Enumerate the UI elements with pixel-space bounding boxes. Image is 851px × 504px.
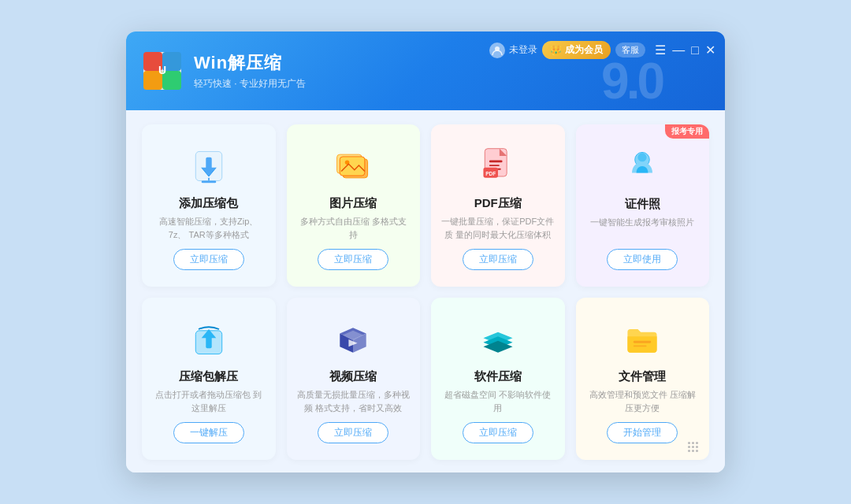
image-compress-btn[interactable]: 立即压缩: [318, 249, 388, 270]
video-compress-desc: 高质量无损批量压缩，多种视频 格式支持，省时又高效: [296, 388, 411, 414]
add-zip-desc: 高速智能压缩，支持Zip、7z、 TAR等多种格式: [151, 215, 266, 241]
crown-icon: 👑: [550, 45, 562, 56]
svg-text:U: U: [158, 64, 166, 76]
pdf-compress-title: PDF压缩: [474, 196, 522, 211]
app-tagline: 轻巧快速 · 专业好用无广告: [194, 77, 306, 91]
version-watermark: 9.0: [601, 56, 662, 106]
software-compress-icon: [476, 317, 520, 361]
pdf-compress-desc: 一键批量压缩，保证PDF文件质 量的同时最大化压缩体积: [440, 215, 556, 241]
menu-icon[interactable]: ☰: [655, 44, 666, 57]
avatar-icon: [489, 43, 505, 58]
id-photo-title: 证件照: [625, 197, 660, 212]
svg-rect-23: [206, 335, 211, 348]
app-name: Win解压缩: [194, 51, 306, 75]
file-manage-icon: [620, 317, 664, 361]
card-id-photo: 报考专用 证件照 一键智能生成报考审核照片 立即使用: [576, 124, 710, 287]
close-button[interactable]: ✕: [705, 44, 715, 57]
pdf-compress-btn[interactable]: 立即压缩: [463, 249, 533, 270]
software-compress-desc: 超省磁盘空间 不影响软件使用: [440, 388, 556, 414]
titlebar-text: Win解压缩 轻巧快速 · 专业好用无广告: [194, 51, 306, 91]
titlebar: U Win解压缩 轻巧快速 · 专业好用无广告 9.0 未登录 👑: [126, 32, 725, 110]
software-compress-title: 软件压缩: [474, 369, 522, 384]
svg-rect-32: [634, 341, 651, 343]
card-software-compress: 软件压缩 超省磁盘空间 不影响软件使用 立即压缩: [431, 298, 565, 460]
add-zip-btn[interactable]: 立即压缩: [173, 249, 244, 270]
image-compress-icon: [331, 144, 375, 188]
card-add-zip: 添加压缩包 高速智能压缩，支持Zip、7z、 TAR等多种格式 立即压缩: [142, 124, 276, 287]
svg-rect-16: [489, 165, 500, 166]
card-extract: 压缩包解压 点击打开或者拖动压缩包 到这里解压 一键解压: [142, 298, 276, 460]
svg-text:PDF: PDF: [485, 171, 496, 176]
svg-rect-8: [206, 158, 211, 171]
card-pdf-compress: PDF PDF压缩 一键批量压缩，保证PDF文件质 量的同时最大化压缩体积 立即…: [431, 124, 565, 287]
svg-rect-15: [489, 161, 503, 163]
extract-btn[interactable]: 一键解压: [173, 422, 244, 443]
image-compress-title: 图片压缩: [329, 196, 377, 211]
file-manage-desc: 高效管理和预览文件 压缩解压更方便: [585, 388, 700, 414]
svg-rect-9: [201, 181, 216, 183]
video-compress-icon: [331, 317, 375, 361]
login-label: 未登录: [509, 43, 537, 57]
exam-badge: 报考专用: [665, 124, 709, 139]
add-zip-title: 添加压缩包: [179, 196, 238, 211]
card-video-compress: 视频压缩 高质量无损批量压缩，多种视频 格式支持，省时又高效 立即压缩: [287, 298, 421, 460]
id-photo-btn[interactable]: 立即使用: [607, 249, 678, 270]
file-manage-btn[interactable]: 开始管理: [607, 422, 678, 443]
software-compress-btn[interactable]: 立即压缩: [463, 422, 533, 443]
window-controls: ☰ — □ ✕: [655, 44, 715, 57]
video-compress-title: 视频压缩: [329, 369, 377, 384]
login-button[interactable]: 未登录: [489, 43, 537, 58]
app-logo: U: [142, 50, 183, 91]
resize-handle: [688, 442, 698, 452]
guest-button[interactable]: 客服: [615, 43, 645, 57]
extract-desc: 点击打开或者拖动压缩包 到这里解压: [151, 388, 266, 414]
guest-label: 客服: [622, 45, 639, 54]
file-manage-title: 文件管理: [619, 369, 666, 384]
main-content: 添加压缩包 高速智能压缩，支持Zip、7z、 TAR等多种格式 立即压缩 图片压…: [126, 110, 725, 472]
svg-rect-33: [634, 345, 647, 346]
svg-point-21: [638, 153, 647, 161]
vip-button[interactable]: 👑 成为会员: [542, 41, 611, 59]
titlebar-controls: 未登录 👑 成为会员 客服 ☰ — □ ✕: [489, 41, 715, 59]
pdf-compress-icon: PDF: [476, 144, 520, 188]
video-compress-btn[interactable]: 立即压缩: [318, 422, 388, 443]
vip-label: 成为会员: [565, 43, 603, 57]
extract-title: 压缩包解压: [179, 369, 238, 384]
id-photo-icon: [620, 145, 664, 189]
extract-icon: [187, 317, 231, 361]
minimize-button[interactable]: —: [672, 44, 685, 57]
app-window: U Win解压缩 轻巧快速 · 专业好用无广告 9.0 未登录 👑: [126, 32, 725, 472]
card-image-compress: 图片压缩 多种方式自由压缩 多格式支持 立即压缩: [287, 124, 421, 287]
image-compress-desc: 多种方式自由压缩 多格式支持: [296, 215, 411, 241]
maximize-button[interactable]: □: [691, 44, 699, 57]
svg-rect-12: [340, 157, 366, 176]
id-photo-desc: 一键智能生成报考审核照片: [590, 216, 694, 241]
add-zip-icon: [187, 144, 231, 188]
card-file-manage: 文件管理 高效管理和预览文件 压缩解压更方便 开始管理: [576, 298, 710, 460]
